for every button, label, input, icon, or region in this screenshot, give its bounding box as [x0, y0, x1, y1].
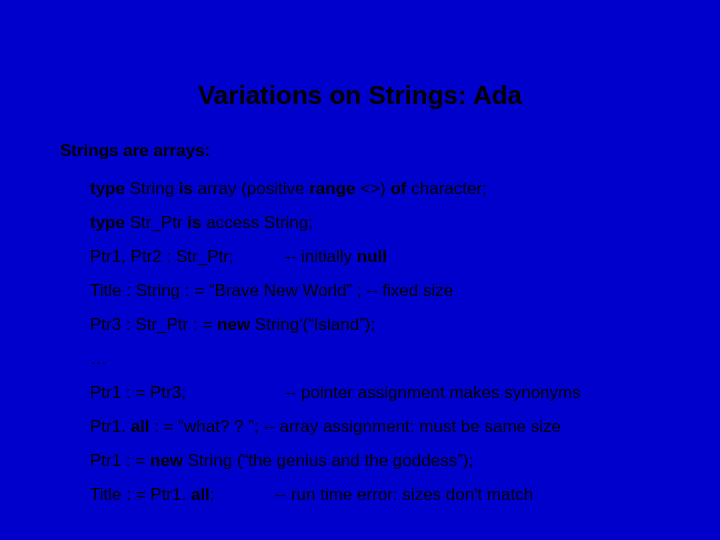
keyword: new	[150, 451, 183, 470]
code-line-5: Ptr3 : Str_Ptr : = new String'(“Island”)…	[90, 315, 680, 335]
keyword: new	[217, 315, 250, 334]
text: : = “what? ? ”; -- array assignment: mus…	[150, 417, 561, 436]
comment: -- run time error: sizes don't match	[275, 485, 533, 504]
text: Ptr3 : Str_Ptr : =	[90, 315, 217, 334]
text: <>)	[356, 179, 391, 198]
keyword: is	[187, 213, 201, 232]
text: Ptr1 : = Ptr3;	[90, 383, 285, 403]
code-line-2: type Str_Ptr is access String;	[90, 213, 680, 233]
code-line-1: type String is array (positive range <>)…	[90, 179, 680, 199]
code-line-7: Ptr1 : = Ptr3;-- pointer assignment make…	[90, 383, 680, 403]
text: String (“the genius and the goddess”);	[183, 451, 473, 470]
text: Title : = Ptr1.	[90, 485, 191, 504]
slide-title: Variations on Strings: Ada	[40, 80, 680, 111]
subheading: Strings are arrays:	[60, 141, 680, 161]
slide: Variations on Strings: Ada Strings are a…	[0, 0, 720, 540]
code-line-9: Ptr1 : = new String (“the genius and the…	[90, 451, 680, 471]
text: Ptr1 : =	[90, 451, 150, 470]
text: ;	[210, 485, 275, 505]
code-line-6: …	[90, 349, 680, 369]
text: String	[125, 179, 179, 198]
comment: -- pointer assignment makes synonyms	[285, 383, 581, 402]
text: String'(“Island”);	[250, 315, 375, 334]
comment: -- initially	[285, 247, 357, 266]
code-line-3: Ptr1, Ptr2 : Str_Ptr;-- initially null	[90, 247, 680, 267]
text: Ptr1.	[90, 417, 131, 436]
code-line-4: Title : String : = “Brave New World” ; -…	[90, 281, 680, 301]
keyword: is	[179, 179, 193, 198]
keyword: type	[90, 179, 125, 198]
keyword: type	[90, 213, 125, 232]
code-line-8: Ptr1. all : = “what? ? ”; -- array assig…	[90, 417, 680, 437]
text: Ptr1, Ptr2 : Str_Ptr;	[90, 247, 285, 267]
keyword: range	[309, 179, 355, 198]
text: array (positive	[193, 179, 309, 198]
keyword: all	[191, 485, 210, 504]
keyword: all	[131, 417, 150, 436]
keyword: of	[390, 179, 406, 198]
text: Str_Ptr	[125, 213, 187, 232]
code-line-10: Title : = Ptr1. all;-- run time error: s…	[90, 485, 680, 505]
keyword: null	[357, 247, 387, 266]
text: character;	[407, 179, 487, 198]
text: access String;	[202, 213, 314, 232]
